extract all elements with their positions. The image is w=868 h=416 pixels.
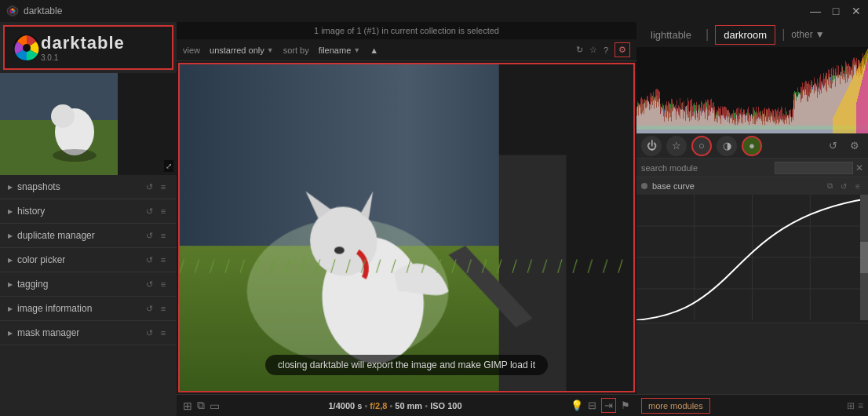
app-logo-icon <box>13 34 41 62</box>
panel-item-icons: ↺ ≡ <box>144 181 169 192</box>
sidebar-item-history[interactable]: ▶ history ↺ ≡ <box>0 199 177 224</box>
sidebar-item-mask-manager[interactable]: ▶ mask manager ↺ ≡ <box>0 321 177 345</box>
module-panels: base curve ⧉ ↺ ≡ <box>636 177 868 394</box>
titlebar-app-name: darktable <box>24 5 62 16</box>
halfcircle-button[interactable]: ◑ <box>717 136 737 156</box>
expand-thumbnail-button[interactable]: ⤢ <box>164 160 173 172</box>
star-button[interactable]: ☆ <box>666 136 687 156</box>
tab-separator: | <box>706 27 709 42</box>
thumbnail-canvas <box>0 73 177 175</box>
reset-icon[interactable]: ↺ <box>144 206 155 217</box>
sidebar-item-label: mask manager <box>17 327 144 338</box>
sort-dropdown[interactable]: filename ▼ <box>319 46 361 55</box>
reset-icon[interactable]: ↺ <box>144 230 155 241</box>
sidebar-item-color-picker[interactable]: ▶ color picker ↺ ≡ <box>0 248 177 272</box>
menu-icon[interactable]: ≡ <box>158 181 169 192</box>
reset-icon[interactable]: ↺ <box>144 279 155 290</box>
exif-info: 1/4000 s • f/2,8 • 50 mm • ISO 100 <box>228 401 563 411</box>
circle-button[interactable]: ○ <box>691 136 712 156</box>
right-bottom-icons: ⊞ ≡ <box>847 400 863 411</box>
menu-icon[interactable]: ≡ <box>158 327 169 338</box>
arrow-icon: ▶ <box>8 208 13 215</box>
sort-chevron-icon: ▼ <box>353 46 360 54</box>
star-icon[interactable]: ☆ <box>589 45 597 55</box>
sidebar-item-label: image information <box>17 303 144 314</box>
copy-icon[interactable]: ⧉ <box>197 399 205 412</box>
grid-icon[interactable]: ⊞ <box>183 400 192 412</box>
tab-lighttable[interactable]: lighttable <box>643 26 699 44</box>
view-dropdown[interactable]: unstarred only ▼ <box>210 46 274 55</box>
menu-icon[interactable]: ≡ <box>158 279 169 290</box>
refresh-icon[interactable]: ↻ <box>576 45 583 55</box>
bottom-status-bar: ⊞ ⧉ ▭ 1/4000 s • f/2,8 • 50 mm • ISO 100… <box>177 394 636 416</box>
sidebar-item-duplicate-manager[interactable]: ▶ duplicate manager ↺ ≡ <box>0 224 177 248</box>
tab-darkroom[interactable]: darkroom <box>715 25 775 45</box>
power-button[interactable]: ⏻ <box>641 136 662 156</box>
flag-icon[interactable]: ⚑ <box>621 400 630 411</box>
module-toolbar: ⏻ ☆ ○ ◑ ● ↺ ⚙ <box>636 133 868 159</box>
more-modules-button[interactable]: more modules <box>641 398 710 414</box>
arrow-icon: ▶ <box>8 232 13 239</box>
base-curve-canvas-area <box>636 195 868 323</box>
arrow-icon: ▶ <box>8 184 13 191</box>
overlay-text: closing darktable will export the image … <box>278 359 535 370</box>
sidebar-item-snapshots[interactable]: ▶ snapshots ↺ ≡ <box>0 175 177 199</box>
tab-separator2: | <box>782 27 785 42</box>
module-name: base curve <box>652 181 824 191</box>
histogram <box>636 47 868 133</box>
reset-icon[interactable]: ↺ <box>144 181 155 192</box>
top-nav-bar: view unstarred only ▼ sort by filename ▼… <box>177 39 636 61</box>
arrow-icon: ▶ <box>8 257 13 264</box>
main-image-canvas <box>180 64 633 391</box>
other-tab-label: other <box>791 29 812 40</box>
image-viewer: closing darktable will export the image … <box>178 63 635 392</box>
module-preset-icon[interactable]: ≡ <box>852 181 863 192</box>
bottom-right-icons: 💡 ⊟ ⇥ ⚑ <box>571 398 630 413</box>
menu-icon[interactable]: ≡ <box>158 254 169 265</box>
reset-icon[interactable]: ↺ <box>144 327 155 338</box>
app-version: 3.0.1 <box>41 53 125 62</box>
bulb-icon[interactable]: 💡 <box>571 400 583 411</box>
grid2-icon[interactable]: ⊟ <box>588 400 596 411</box>
monitor-icon[interactable]: ▭ <box>210 400 220 412</box>
sort-direction-icon[interactable]: ▲ <box>370 46 378 55</box>
export-icon[interactable]: ⇥ <box>601 398 616 413</box>
minimize-button[interactable]: — <box>808 4 822 18</box>
settings-button[interactable]: ⚙ <box>846 137 863 155</box>
module-duplicate-icon[interactable]: ⧉ <box>824 181 835 192</box>
titlebar-icon <box>6 5 19 17</box>
sort-value: filename <box>319 46 352 55</box>
main-layout: darktable 3.0.1 ⤢ ▶ snapshots ↺ ≡ ▶ hist… <box>0 22 868 416</box>
search-clear-icon[interactable]: ✕ <box>855 162 863 173</box>
aperture: f/2,8 <box>370 401 387 411</box>
base-curve-header[interactable]: base curve ⧉ ↺ ≡ <box>636 177 868 195</box>
sidebar-item-tagging[interactable]: ▶ tagging ↺ ≡ <box>0 272 177 297</box>
menu-icon[interactable]: ≡ <box>158 206 169 217</box>
nav-icons: ↻ ☆ ? ⚙ <box>576 42 630 57</box>
grid3-icon[interactable]: ≡ <box>858 400 863 411</box>
reset-button[interactable]: ↺ <box>824 137 841 155</box>
center-content: 1 image of 1 (#1) in current collection … <box>177 22 636 416</box>
maximize-button[interactable]: □ <box>829 4 843 18</box>
right-panel: lighttable | darkroom | other ▼ ⏻ ☆ ○ ◑ … <box>636 22 868 416</box>
menu-icon[interactable]: ≡ <box>158 303 169 314</box>
view-value: unstarred only <box>210 46 264 55</box>
menu-icon[interactable]: ≡ <box>158 230 169 241</box>
reset-icon[interactable]: ↺ <box>144 254 155 265</box>
reset-icon[interactable]: ↺ <box>144 303 155 314</box>
thumbnail-area: ⤢ <box>0 73 177 175</box>
search-module-input[interactable] <box>775 162 853 174</box>
tab-other[interactable]: other ▼ <box>791 29 824 40</box>
module-reset-icon[interactable]: ↺ <box>838 181 849 192</box>
help-icon[interactable]: ? <box>604 46 608 55</box>
copy2-icon[interactable]: ⊞ <box>847 400 855 411</box>
image-overlay-message: closing darktable will export the image … <box>265 355 548 375</box>
settings-icon[interactable]: ⚙ <box>615 42 630 57</box>
iso: ISO 100 <box>430 401 461 411</box>
panel-item-icons: ↺ ≡ <box>144 327 169 338</box>
panel-item-icons: ↺ ≡ <box>144 279 169 290</box>
close-button[interactable]: ✕ <box>849 4 863 18</box>
greencircle-button[interactable]: ● <box>742 136 762 156</box>
sidebar-item-image-information[interactable]: ▶ image information ↺ ≡ <box>0 297 177 321</box>
sort-label: sort by <box>283 46 309 55</box>
